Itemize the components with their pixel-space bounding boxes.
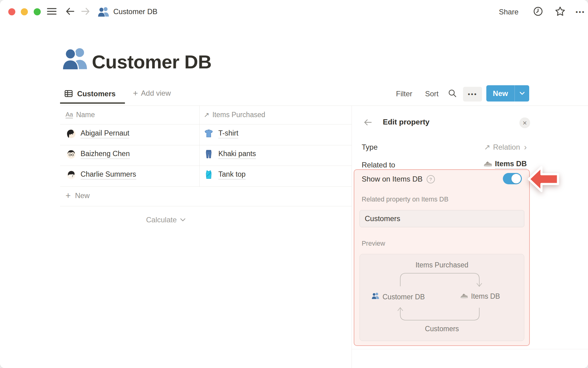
related-to-row-value[interactable]: Items DB xyxy=(484,159,527,169)
chevron-down-icon xyxy=(519,91,525,95)
help-icon[interactable]: ? xyxy=(427,175,435,183)
customers-database-icon xyxy=(97,6,110,17)
tank-top-icon xyxy=(204,170,213,179)
relation-arrow-icon: ↗ xyxy=(484,143,490,151)
relation-chip[interactable]: Khaki pants xyxy=(218,150,256,159)
new-dropdown-button[interactable] xyxy=(515,91,529,95)
tab-customers[interactable]: Customers xyxy=(77,90,115,98)
preview-bottom-arrow-label: Customers xyxy=(360,325,524,333)
sneaker-icon xyxy=(484,160,492,168)
page-title[interactable]: Customer DB xyxy=(92,51,212,73)
clock-icon xyxy=(533,6,543,18)
active-tab-underline xyxy=(60,102,125,104)
show-on-items-db-toggle[interactable] xyxy=(503,173,522,184)
record-link[interactable]: Abigail Pernaut xyxy=(81,129,129,138)
column-header-name[interactable]: Aa Name xyxy=(66,111,95,119)
avatar-baizheng xyxy=(67,150,76,159)
chevron-right-icon: › xyxy=(524,144,527,151)
relation-preview-diagram: Items Purchased Customer DB Items DB Cus… xyxy=(360,254,524,341)
tshirt-icon xyxy=(204,129,213,138)
related-property-input[interactable]: Customers xyxy=(360,210,524,227)
sort-button[interactable]: Sort xyxy=(425,90,439,98)
new-record-split-button[interactable]: New xyxy=(486,85,529,102)
new-button[interactable]: New xyxy=(486,89,514,98)
search-button[interactable] xyxy=(448,89,457,98)
preview-right-node-label: Items DB xyxy=(471,292,500,301)
plus-icon: + xyxy=(66,191,71,200)
calculate-button[interactable]: Calculate xyxy=(146,216,186,224)
type-value-label: Relation xyxy=(493,143,520,151)
search-icon xyxy=(448,89,457,98)
row-divider xyxy=(60,186,352,187)
share-button[interactable]: Share xyxy=(499,8,518,16)
updates-button[interactable] xyxy=(533,7,543,17)
table-cell-items[interactable]: Tank top xyxy=(204,170,246,179)
back-arrow-icon xyxy=(65,7,75,17)
table-cell-items[interactable]: Khaki pants xyxy=(204,149,256,159)
new-row-button[interactable]: + New xyxy=(66,191,90,200)
zoom-window-button[interactable] xyxy=(34,8,41,15)
avatar-abigail xyxy=(67,129,76,138)
add-view-button[interactable]: + Add view xyxy=(133,89,171,98)
type-row-label: Type xyxy=(362,143,378,151)
row-divider xyxy=(60,145,352,145)
toggle-knob xyxy=(511,174,521,183)
panel-bottom-divider xyxy=(352,349,588,349)
panel-title: Edit property xyxy=(383,118,429,126)
table-row[interactable]: Charlie Summers xyxy=(67,170,136,179)
row-divider xyxy=(60,166,352,166)
relation-chip[interactable]: Tank top xyxy=(218,170,246,179)
hamburger-icon xyxy=(47,7,57,17)
type-row-value[interactable]: ↗ Relation › xyxy=(484,143,527,151)
relation-chip[interactable]: T-shirt xyxy=(218,129,238,138)
sidebar-menu-button[interactable] xyxy=(47,7,57,17)
page-icon-people[interactable] xyxy=(62,47,89,71)
ellipsis-icon: ••• xyxy=(575,8,585,16)
record-link[interactable]: Charlie Summers xyxy=(81,170,136,179)
column-header-label: Name xyxy=(76,111,95,119)
row-divider xyxy=(60,124,352,125)
show-on-items-db-label: Show on Items DB xyxy=(362,175,423,183)
view-options-button[interactable]: ••• xyxy=(463,87,482,102)
column-header-items-purchased[interactable]: ↗ Items Purchased xyxy=(204,111,265,119)
breadcrumb[interactable]: Customer DB xyxy=(113,7,157,16)
relation-arrow-icon: ↗ xyxy=(204,111,209,119)
related-to-row-label: Related to xyxy=(362,161,395,169)
preview-label: Preview xyxy=(362,240,385,247)
minimize-window-button[interactable] xyxy=(21,8,28,15)
star-icon xyxy=(555,6,566,18)
people-icon xyxy=(371,292,379,301)
ellipsis-icon: ••• xyxy=(468,90,477,98)
calculate-label: Calculate xyxy=(146,216,177,224)
back-button[interactable] xyxy=(65,7,75,17)
text-property-icon: Aa xyxy=(66,111,73,118)
table-row[interactable]: Abigail Pernaut xyxy=(67,129,129,138)
forward-button[interactable] xyxy=(80,7,91,17)
column-divider xyxy=(199,105,200,186)
back-arrow-icon xyxy=(363,118,372,127)
panel-close-button[interactable]: × xyxy=(519,117,530,128)
table-cell-items[interactable]: T-shirt xyxy=(204,129,238,138)
preview-customer-db-node: Customer DB xyxy=(371,292,425,301)
preview-left-node-label: Customer DB xyxy=(383,293,425,301)
column-header-label: Items Purchased xyxy=(212,111,265,119)
forward-arrow-icon xyxy=(81,7,90,17)
toolbar-divider xyxy=(60,105,588,106)
red-callout-arrow xyxy=(521,162,573,197)
table-row[interactable]: Baizheng Chen xyxy=(67,150,130,159)
close-window-button[interactable] xyxy=(8,8,15,15)
panel-divider xyxy=(352,105,352,368)
record-link[interactable]: Baizheng Chen xyxy=(81,150,130,159)
favorite-button[interactable] xyxy=(555,7,565,17)
filter-button[interactable]: Filter xyxy=(396,90,412,98)
jeans-icon xyxy=(204,149,213,159)
add-view-label: Add view xyxy=(141,89,171,98)
sneaker-icon xyxy=(460,292,468,301)
related-property-label: Related property on Items DB xyxy=(362,196,448,203)
plus-icon: + xyxy=(133,90,138,97)
show-on-items-db-row: Show on Items DB ? xyxy=(362,175,435,183)
panel-back-button[interactable] xyxy=(363,118,372,127)
row-divider xyxy=(60,206,352,206)
related-property-value: Customers xyxy=(365,214,400,223)
more-options-button[interactable]: ••• xyxy=(575,7,586,17)
